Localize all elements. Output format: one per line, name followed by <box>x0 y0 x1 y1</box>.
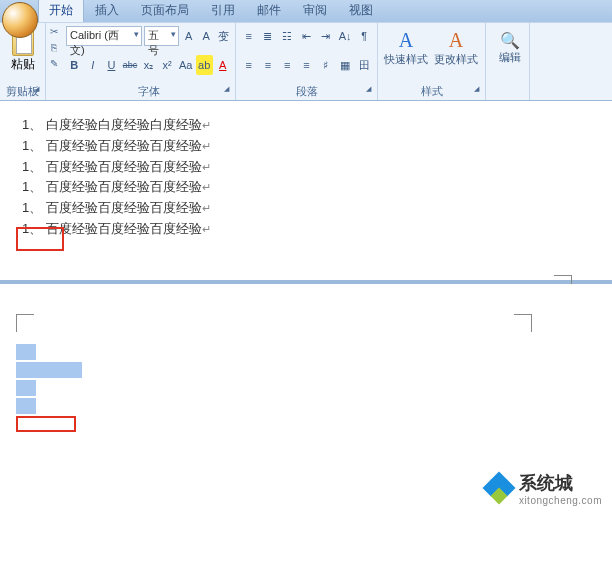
align-right-button[interactable]: ≡ <box>279 55 296 75</box>
bullets-button[interactable]: ≡ <box>240 26 257 46</box>
align-left-button[interactable]: ≡ <box>240 55 257 75</box>
crop-mark-icon <box>16 314 34 332</box>
crop-mark-icon <box>514 314 532 332</box>
superscript-button[interactable]: x² <box>159 55 176 75</box>
tab-references[interactable]: 引用 <box>200 0 246 22</box>
watermark-logo-icon <box>485 474 513 502</box>
watermark-brand: 系统城 <box>519 473 573 493</box>
ribbon: 粘贴 剪贴板 ✂ ⎘ ✎ Calibri (西文) 五号 A A 变 B I U… <box>0 22 612 100</box>
paragraph-label: 段落 <box>240 83 373 100</box>
find-button[interactable]: 🔍 编辑 <box>490 25 530 65</box>
selection-block <box>16 362 82 378</box>
highlight-button[interactable]: ab <box>196 55 213 75</box>
strike-button[interactable]: abc <box>122 55 139 75</box>
tab-mailings[interactable]: 邮件 <box>246 0 292 22</box>
watermark-sub: xitongcheng.com <box>519 495 602 506</box>
change-case-button[interactable]: Aa <box>177 55 194 75</box>
font-size-combo[interactable]: 五号 <box>144 26 179 46</box>
show-marks-button[interactable]: ¶ <box>356 26 373 46</box>
selection-block <box>16 344 36 360</box>
tab-insert[interactable]: 插入 <box>84 0 130 22</box>
binoculars-icon: 🔍 <box>500 31 520 50</box>
align-center-button[interactable]: ≡ <box>259 55 276 75</box>
doc-line: 1、 百度经验百度经验百度经验↵ <box>22 177 600 198</box>
watermark: 系统城 xitongcheng.com <box>485 471 602 506</box>
document-area-2[interactable]: 系统城 xitongcheng.com <box>0 284 612 514</box>
tab-layout[interactable]: 页面布局 <box>130 0 200 22</box>
group-styles: A 快速样式 A 更改样式 样式 <box>378 23 486 100</box>
change-styles-button[interactable]: A 更改样式 <box>434 29 478 67</box>
dedent-button[interactable]: ⇤ <box>298 26 315 46</box>
selection-block <box>16 380 36 396</box>
tab-view[interactable]: 视图 <box>338 0 384 22</box>
subscript-button[interactable]: x₂ <box>140 55 157 75</box>
format-painter-icon[interactable]: ✎ <box>46 58 62 72</box>
align-justify-button[interactable]: ≡ <box>298 55 315 75</box>
numbering-button[interactable]: ≣ <box>259 26 276 46</box>
doc-line: 1、 白度经验白度经验白度经验↵ <box>22 115 600 136</box>
group-paragraph: ≡ ≣ ☷ ⇤ ⇥ A↓ ¶ ≡ ≡ ≡ ≡ ♯ ▦ 田 段落 <box>236 23 378 100</box>
ribbon-tabs: 开始 插入 页面布局 引用 邮件 审阅 视图 <box>0 0 612 22</box>
font-label: 字体 <box>66 83 231 100</box>
sort-button[interactable]: A↓ <box>336 26 353 46</box>
doc-line: 1、 百度经验百度经验百度经验↵ <box>22 157 600 178</box>
selection-block <box>16 398 36 414</box>
tab-review[interactable]: 审阅 <box>292 0 338 22</box>
shrink-font-button[interactable]: A <box>198 26 213 46</box>
doc-line: 1、 百度经验百度经验百度经验↵ <box>22 198 600 219</box>
multilevel-button[interactable]: ☷ <box>279 26 296 46</box>
doc-line: 1、 百度经验百度经验百度经验↵ <box>22 136 600 157</box>
office-button[interactable] <box>2 2 38 38</box>
copy-icon[interactable]: ⎘ <box>46 42 62 56</box>
shading-button[interactable]: ▦ <box>336 55 353 75</box>
annotation-redbox <box>16 416 76 432</box>
line-spacing-button[interactable]: ♯ <box>317 55 334 75</box>
borders-button[interactable]: 田 <box>356 55 373 75</box>
italic-button[interactable]: I <box>85 55 102 75</box>
bold-button[interactable]: B <box>66 55 83 75</box>
cut-icon[interactable]: ✂ <box>46 26 62 40</box>
group-editing: 🔍 编辑 <box>486 23 530 100</box>
annotation-redbox <box>16 227 64 251</box>
group-font: Calibri (西文) 五号 A A 变 B I U abc x₂ x² Aa… <box>46 23 236 100</box>
paste-label: 粘贴 <box>11 56 35 73</box>
grow-font-button[interactable]: A <box>181 26 196 46</box>
tab-home[interactable]: 开始 <box>38 0 84 22</box>
indent-button[interactable]: ⇥ <box>317 26 334 46</box>
document-area[interactable]: 1、 白度经验白度经验白度经验↵ 1、 百度经验百度经验百度经验↵ 1、 百度经… <box>0 101 612 280</box>
quick-styles-icon: A <box>399 29 413 52</box>
clipboard-label: 剪贴板 <box>4 83 41 100</box>
quick-styles-button[interactable]: A 快速样式 <box>384 29 428 67</box>
font-color-button[interactable]: A <box>215 55 232 75</box>
clear-format-button[interactable]: 变 <box>216 26 231 46</box>
font-name-combo[interactable]: Calibri (西文) <box>66 26 142 46</box>
underline-button[interactable]: U <box>103 55 120 75</box>
change-styles-icon: A <box>449 29 463 52</box>
styles-label: 样式 <box>382 83 481 100</box>
doc-line: 1、 百度经验百度经验百度经验↵ <box>22 219 600 240</box>
